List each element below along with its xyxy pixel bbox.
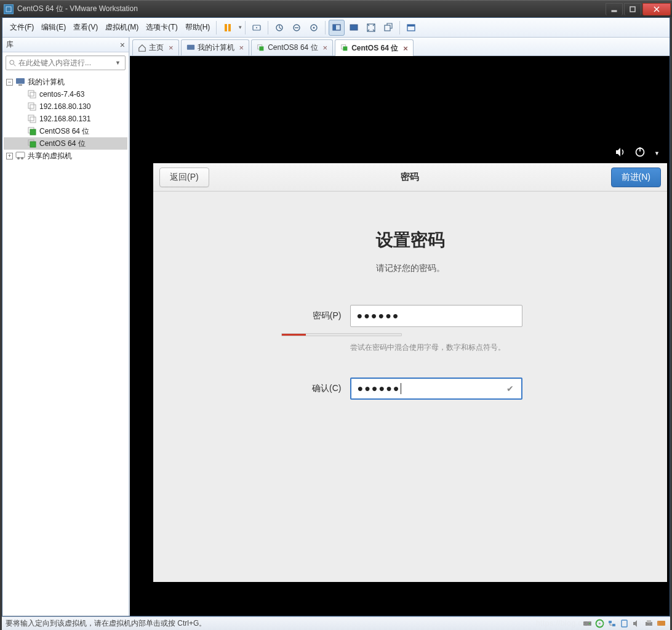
- hint-row: 尝试在密码中混合使用字母，数字和标点符号。: [178, 336, 642, 353]
- tray-printer-icon[interactable]: [644, 619, 654, 628]
- strength-seg-2: [306, 334, 330, 336]
- menu-vm[interactable]: 虚拟机(M): [102, 20, 142, 35]
- tab-centos8[interactable]: CentOS8 64 位 ×: [251, 39, 333, 55]
- svg-rect-45: [609, 621, 612, 623]
- svg-point-33: [21, 157, 23, 160]
- guest-top-bar: ▼: [607, 145, 667, 162]
- statusbar: 要将输入定向到该虚拟机，请在虚拟机内部单击或按 Ctrl+G。: [2, 616, 670, 630]
- confirm-value: ●●●●●●: [358, 383, 401, 394]
- separator: [268, 21, 268, 34]
- svg-rect-36: [260, 46, 264, 50]
- snapshot-revert-button[interactable]: [289, 20, 305, 36]
- tree-item-label: 192.168.80.131: [39, 115, 90, 123]
- svg-point-10: [313, 26, 315, 28]
- tab-close-icon[interactable]: ×: [323, 43, 328, 52]
- view-fullscreen-button[interactable]: [363, 20, 379, 36]
- view-unity-button[interactable]: [380, 20, 396, 36]
- tray-hdd-icon[interactable]: [582, 619, 593, 628]
- window-titlebar: CentOS 64 位 - VMware Workstation: [0, 0, 672, 17]
- svg-rect-31: [16, 152, 25, 158]
- vm-console[interactable]: ▼ 返回(P) 密码 前进(N) 设置密码 请记好您的密码。 密码(P) ●●●…: [130, 56, 670, 616]
- maximize-button[interactable]: [624, 3, 641, 15]
- search-box[interactable]: ▼: [6, 55, 126, 70]
- content: 主页 × 我的计算机 × CentOS8 64 位 × CentOS 64 位 …: [129, 38, 670, 616]
- vm-on-icon: [340, 44, 349, 52]
- confirm-input[interactable]: ●●●●●● ✔: [350, 378, 522, 400]
- pause-button[interactable]: [220, 20, 236, 36]
- expand-icon[interactable]: +: [6, 153, 13, 160]
- svg-rect-34: [186, 44, 194, 49]
- tree-root-shared[interactable]: + 共享的虚拟机: [4, 150, 127, 162]
- tab-home[interactable]: 主页 ×: [132, 39, 179, 55]
- tree-item[interactable]: 192.168.80.131: [4, 113, 127, 125]
- tray-sound-icon[interactable]: [631, 619, 642, 628]
- back-button-label: 返回(P): [170, 172, 199, 183]
- view-console-button[interactable]: [329, 20, 345, 36]
- sidebar-header: 库 ×: [2, 38, 129, 52]
- view-stretch-button[interactable]: [346, 20, 362, 36]
- vm-on-icon: [257, 44, 265, 52]
- tray-message-icon[interactable]: [656, 619, 666, 628]
- snapshot-button[interactable]: [271, 20, 287, 36]
- vm-on-icon: [27, 139, 37, 148]
- power-icon[interactable]: [634, 147, 646, 160]
- svg-rect-30: [30, 142, 36, 147]
- tab-close-icon[interactable]: ×: [403, 44, 408, 53]
- tree-item[interactable]: centos-7.4-63: [4, 88, 127, 100]
- sidebar-title: 库: [6, 39, 14, 50]
- svg-rect-22: [30, 92, 36, 98]
- tab-close-icon[interactable]: ×: [239, 43, 244, 52]
- back-button[interactable]: 返回(P): [159, 168, 209, 187]
- svg-rect-47: [622, 620, 627, 627]
- snapshot-manager-button[interactable]: [306, 20, 322, 36]
- password-input[interactable]: ●●●●●●: [350, 305, 522, 327]
- separator: [216, 21, 217, 34]
- svg-rect-25: [28, 115, 34, 121]
- tray-cd-icon[interactable]: [594, 619, 605, 628]
- collapse-icon[interactable]: −: [6, 79, 13, 86]
- search-icon: [9, 59, 16, 67]
- tree-shared-label: 共享的虚拟机: [28, 151, 72, 161]
- app-icon: [4, 4, 14, 14]
- tree-item-selected[interactable]: CentOS 64 位: [4, 137, 127, 150]
- tab-close-icon[interactable]: ×: [169, 43, 174, 52]
- menu-file[interactable]: 文件(F): [6, 20, 38, 35]
- svg-rect-24: [30, 105, 36, 110]
- text-cursor: [401, 383, 401, 394]
- sidebar-close-icon[interactable]: ×: [120, 40, 125, 50]
- svg-rect-13: [350, 25, 358, 30]
- vm-off-icon: [27, 114, 37, 124]
- tab-mycomputer[interactable]: 我的计算机 ×: [181, 39, 250, 55]
- search-dropdown-icon[interactable]: ▼: [113, 60, 122, 66]
- strength-seg-5: [377, 334, 401, 336]
- tray-net-icon[interactable]: [607, 619, 617, 628]
- tab-centos64-active[interactable]: CentOS 64 位 ×: [335, 39, 414, 56]
- svg-rect-19: [16, 78, 25, 84]
- search-input[interactable]: [18, 59, 113, 67]
- volume-icon[interactable]: [615, 147, 626, 160]
- menubar: 文件(F) 编辑(E) 查看(V) 虚拟机(M) 选项卡(T) 帮助(H) ▼: [2, 18, 670, 38]
- menu-view[interactable]: 查看(V): [70, 20, 102, 35]
- tree-item-label: CentOS8 64 位: [39, 126, 89, 137]
- tree-item[interactable]: CentOS8 64 位: [4, 125, 127, 137]
- tree-root-mycomputer[interactable]: − 我的计算机: [4, 76, 127, 88]
- menu-help[interactable]: 帮助(H): [182, 20, 214, 35]
- tab-label: CentOS8 64 位: [268, 42, 318, 53]
- dialog-subtitle: 请记好您的密码。: [178, 263, 642, 274]
- tray-usb-icon[interactable]: [619, 619, 630, 628]
- close-button[interactable]: [642, 3, 671, 15]
- tab-strip: 主页 × 我的计算机 × CentOS8 64 位 × CentOS 64 位 …: [130, 38, 670, 56]
- password-hint: 尝试在密码中混合使用字母，数字和标点符号。: [350, 342, 522, 353]
- svg-rect-4: [228, 24, 231, 31]
- send-ctrl-alt-del-button[interactable]: [249, 20, 265, 36]
- tab-label: 我的计算机: [198, 42, 234, 53]
- menu-edit[interactable]: 编辑(E): [38, 20, 70, 35]
- view-library-button[interactable]: [403, 20, 419, 36]
- dropdown-arrow-icon[interactable]: ▼: [238, 25, 242, 30]
- forward-button[interactable]: 前进(N): [611, 168, 661, 187]
- minimize-button[interactable]: [606, 3, 623, 15]
- tree-item[interactable]: 192.168.80.130: [4, 100, 127, 113]
- svg-point-42: [589, 623, 590, 624]
- dropdown-arrow-icon[interactable]: ▼: [654, 150, 660, 156]
- menu-tabs[interactable]: 选项卡(T): [142, 20, 181, 35]
